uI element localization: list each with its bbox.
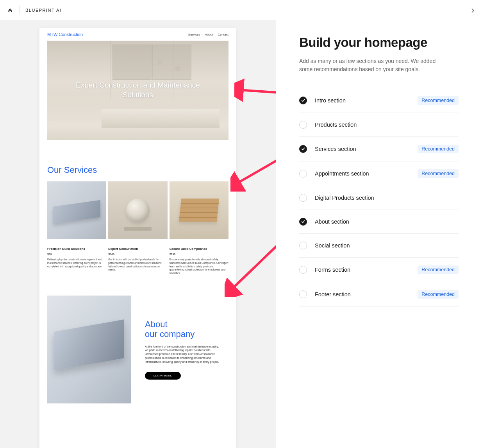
recommended-badge: Recommended xyxy=(418,169,459,178)
section-checkbox[interactable] xyxy=(299,97,307,104)
about-text: At the forefront of the construction and… xyxy=(145,345,219,364)
preview-viewport: MTW Construction Services About Contact … xyxy=(0,20,276,448)
header-bar: BLUEPRINT AI xyxy=(0,0,276,20)
check-icon xyxy=(301,147,305,151)
section-row[interactable]: Products section xyxy=(299,113,459,137)
service-image xyxy=(47,181,106,239)
section-row[interactable]: Appointments sectionRecommended xyxy=(299,161,459,186)
about-heading-line: About xyxy=(145,319,168,329)
recommended-badge: Recommended xyxy=(418,145,459,153)
check-icon xyxy=(301,99,305,102)
panel-title: Build your homepage xyxy=(299,35,459,50)
nav-item: Services xyxy=(188,33,200,36)
section-label: Footer section xyxy=(315,291,410,297)
section-checkbox[interactable] xyxy=(299,290,307,298)
section-row[interactable]: Footer sectionRecommended xyxy=(299,282,459,307)
service-card: Precision Build Solutions $99 Delivering… xyxy=(47,181,106,275)
section-checkbox[interactable] xyxy=(299,242,307,249)
learn-more-button[interactable]: LEARN MORE xyxy=(145,372,181,380)
preview-about-section: About our company At the forefront of th… xyxy=(39,283,236,419)
close-button[interactable] xyxy=(470,7,477,14)
preview-services-section: Our Services Precision Build Solutions $… xyxy=(39,140,236,283)
right-config-panel: Build your homepage Add as many or as fe… xyxy=(276,0,482,448)
section-row[interactable]: About section xyxy=(299,210,459,234)
section-label: Products section xyxy=(315,122,459,128)
service-card: Secure Build Compliance $199 Ensure ever… xyxy=(170,181,229,275)
recommended-badge: Recommended xyxy=(418,265,459,274)
section-row[interactable]: Forms sectionRecommended xyxy=(299,258,459,282)
about-heading-line: our company xyxy=(145,329,195,339)
panel-subtitle: Add as many or as few sections as you ne… xyxy=(299,57,440,73)
service-image xyxy=(170,181,229,239)
section-label: Services section xyxy=(315,146,410,152)
preview-site-brand: MTW Construction xyxy=(47,32,83,37)
preview-site-nav: Services About Contact xyxy=(188,33,229,36)
section-checkbox[interactable] xyxy=(299,266,307,274)
service-price: $149 xyxy=(108,253,167,256)
service-image xyxy=(108,181,167,239)
site-preview-frame: MTW Construction Services About Contact … xyxy=(39,28,236,448)
about-body: About our company At the forefront of th… xyxy=(145,319,229,380)
section-label: Social section xyxy=(315,242,459,249)
section-label: Appointments section xyxy=(315,170,410,177)
service-desc: Delivering top-tier construction managem… xyxy=(47,258,106,268)
service-desc: Ensure every project meets stringent saf… xyxy=(170,258,229,275)
section-checkbox[interactable] xyxy=(299,218,307,226)
service-desc: Get in touch with our skilled profession… xyxy=(108,258,167,272)
service-title: Precision Build Solutions xyxy=(47,247,106,251)
nav-item: Contact xyxy=(218,33,229,36)
preview-services-heading: Our Services xyxy=(47,165,229,175)
recommended-badge: Recommended xyxy=(418,290,459,299)
section-checkbox[interactable] xyxy=(299,121,307,129)
section-row[interactable]: Digital Products section xyxy=(299,186,459,210)
check-icon xyxy=(301,220,305,224)
squarespace-logo-icon xyxy=(6,6,14,14)
header-divider xyxy=(20,6,20,14)
preview-site-header: MTW Construction Services About Contact xyxy=(39,28,236,41)
preview-hero-title: Expert Construction and Maintenance Solu… xyxy=(64,81,212,100)
about-heading: About our company xyxy=(145,319,229,339)
section-label: About section xyxy=(315,219,459,225)
service-card: Expert Consultation $149 Get in touch wi… xyxy=(108,181,167,275)
app-root: BLUEPRINT AI MTW Construction Services A… xyxy=(0,0,482,448)
service-price: $99 xyxy=(47,253,106,256)
section-list: Intro sectionRecommendedProducts section… xyxy=(299,88,459,307)
nav-item: About xyxy=(205,33,213,36)
section-row[interactable]: Intro sectionRecommended xyxy=(299,88,459,113)
section-row[interactable]: Social section xyxy=(299,234,459,258)
left-preview-panel: BLUEPRINT AI MTW Construction Services A… xyxy=(0,0,276,448)
recommended-badge: Recommended xyxy=(418,96,459,105)
service-title: Secure Build Compliance xyxy=(170,247,229,251)
preview-hero: Expert Construction and Maintenance Solu… xyxy=(47,41,229,140)
service-title: Expert Consultation xyxy=(108,247,167,251)
section-checkbox[interactable] xyxy=(299,194,307,202)
section-label: Forms section xyxy=(315,267,410,273)
about-image xyxy=(47,296,131,403)
chevron-right-icon xyxy=(471,8,475,13)
preview-services-grid: Precision Build Solutions $99 Delivering… xyxy=(47,181,229,275)
section-checkbox[interactable] xyxy=(299,145,307,153)
section-checkbox[interactable] xyxy=(299,170,307,177)
section-label: Digital Products section xyxy=(315,195,459,201)
section-row[interactable]: Services sectionRecommended xyxy=(299,137,459,161)
section-label: Intro section xyxy=(315,97,410,104)
brand-label: BLUEPRINT AI xyxy=(25,8,61,13)
service-price: $199 xyxy=(170,253,229,256)
